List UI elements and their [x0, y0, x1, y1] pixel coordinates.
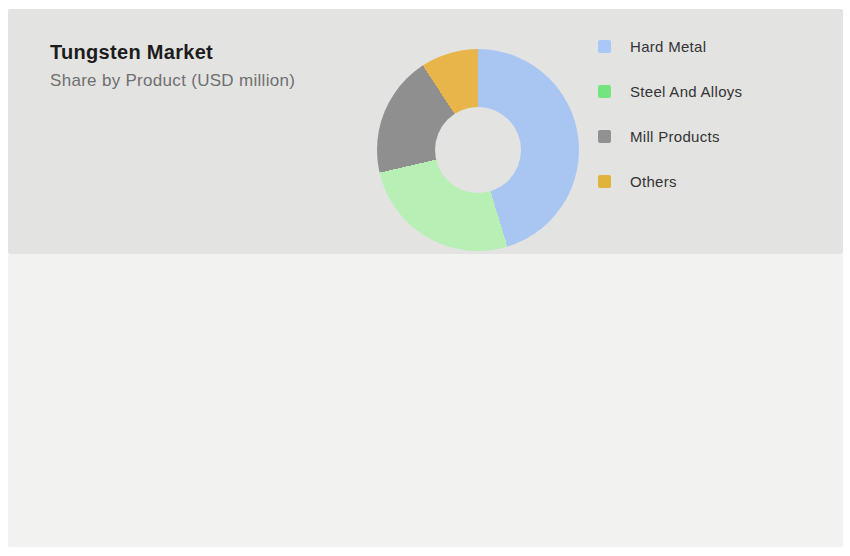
legend-label: Hard Metal — [630, 38, 706, 55]
legend-swatch-icon — [598, 85, 611, 98]
legend-swatch-icon — [598, 40, 611, 53]
legend-label: Mill Products — [630, 128, 720, 145]
donut-chart — [377, 49, 579, 251]
legend-item-others: Others — [598, 169, 742, 193]
bottom-panel: 2019202020212022202320242025202620272028… — [8, 254, 843, 547]
tungsten-market-infographic: Tungsten Market Share by Product (USD mi… — [0, 0, 850, 556]
legend-item-hard-metal: Hard Metal — [598, 34, 742, 58]
page-title: Tungsten Market — [50, 41, 295, 64]
legend-swatch-icon — [598, 175, 611, 188]
legend-swatch-icon — [598, 130, 611, 143]
chart-subtitle: Share by Product (USD million) — [50, 71, 295, 91]
legend-item-mill-products: Mill Products — [598, 124, 742, 148]
title-block: Tungsten Market Share by Product (USD mi… — [50, 41, 295, 91]
donut-hole — [435, 107, 521, 193]
legend: Hard MetalSteel And AlloysMill ProductsO… — [598, 34, 742, 214]
legend-label: Steel And Alloys — [630, 83, 742, 100]
legend-item-steel-and-alloys: Steel And Alloys — [598, 79, 742, 103]
legend-label: Others — [630, 173, 677, 190]
top-panel: Tungsten Market Share by Product (USD mi… — [8, 9, 843, 254]
